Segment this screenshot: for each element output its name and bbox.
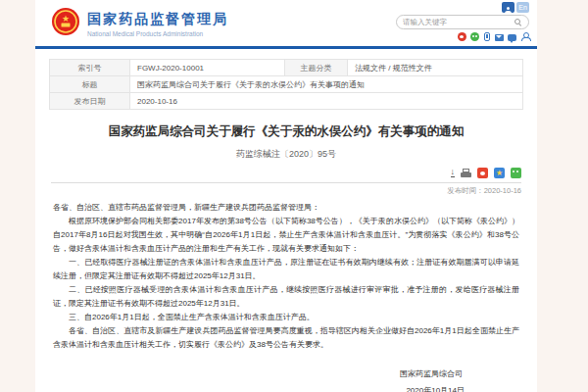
document-paragraph: 三、自2026年1月1日起，全面禁止生产含汞体温计和含汞血压计产品。: [53, 311, 519, 324]
index-value: FGWJ-2020-10001: [130, 60, 285, 76]
index-label: 索引号: [50, 60, 130, 76]
download-icon[interactable]: ↓: [451, 168, 456, 177]
category-label: 主题分类: [285, 60, 348, 76]
mobile-app-icon[interactable]: [484, 32, 490, 41]
document-paragraph: 一、已经取得医疗器械注册证的含汞体温计和含汞血压计产品，原注册证在证书有效期内继…: [53, 256, 519, 283]
user-icon[interactable]: [520, 32, 529, 41]
search-box: [396, 15, 529, 29]
site-title: 国家药品监督管理局: [87, 11, 228, 28]
message-icon[interactable]: [508, 34, 516, 41]
toolbar-divider: [51, 182, 521, 183]
publish-date-label: 发布日期: [50, 93, 130, 110]
accessibility-icon: [502, 5, 514, 16]
document-title: 国家药监局综合司关于履行《关于汞的水俣公约》有关事项的通知: [35, 123, 537, 140]
svg-text:★: ★: [62, 14, 70, 24]
site-logo[interactable]: ★ 国家药品监督管理局 National Medical Products Ad…: [51, 7, 228, 40]
document-meta-table: 索引号 FGWJ-2020-10001 主题分类 法规文件 / 规范性文件 标题…: [49, 59, 523, 110]
document-number: 药监综械注〔2020〕95号: [35, 148, 537, 161]
document-paragraph: 各省、自治区、直辖市及新疆生产建设兵团药品监督管理局要高度重视，指导辖区内相关企…: [53, 324, 519, 352]
print-icon[interactable]: [461, 169, 471, 177]
site-header: ★ 国家药品监督管理局 National Medical Products Ad…: [35, 0, 537, 46]
weibo-icon[interactable]: [458, 32, 466, 41]
top-buttons: En: [396, 2, 529, 13]
table-row: 标题 国家药监局综合司关于履行《关于汞的水俣公约》有关事项的通知: [50, 76, 523, 93]
signature-date: 2020年10月14日: [53, 384, 519, 392]
document-paragraph: 二、已经按照医疗器械受理的含汞体温计和含汞血压计产品，继续按照医疗器械进行审评审…: [53, 283, 519, 311]
national-emblem-icon: ★: [51, 7, 80, 40]
document-greeting: 各省、自治区、直辖市药品监督管理局，新疆生产建设兵团药品监督管理局：: [53, 201, 519, 215]
site-title-block: 国家药品监督管理局 National Medical Products Admi…: [87, 11, 228, 37]
title-value: 国家药监局综合司关于履行《关于汞的水俣公约》有关事项的通知: [130, 76, 523, 93]
screenshot-canvas: ★ 国家药品监督管理局 National Medical Products Ad…: [0, 0, 588, 392]
webpage: ★ 国家药品监督管理局 National Medical Products Ad…: [35, 0, 537, 392]
header-divider-bar: [35, 46, 537, 49]
search-icon[interactable]: [514, 19, 522, 26]
english-language-button[interactable]: En: [516, 2, 529, 13]
document-toolbar: ↓ ★: [51, 167, 521, 178]
publish-date-value: 2020-10-16: [130, 93, 523, 110]
document-body: 各省、自治区、直辖市药品监督管理局，新疆生产建设兵团药品监督管理局： 根据原环境…: [53, 201, 519, 392]
table-row: 发布日期 2020-10-16: [50, 93, 523, 110]
social-icon-row: [396, 32, 529, 41]
table-row: 索引号 FGWJ-2020-10001 主题分类 法规文件 / 规范性文件: [50, 60, 523, 76]
search-input[interactable]: [403, 18, 514, 26]
site-subtitle: National Medical Products Administration: [87, 30, 228, 37]
document-paragraph: 根据原环境保护部会同相关部委2017年发布的第38号公告（以下简称38号公告），…: [53, 215, 519, 256]
document-paragraphs: 根据原环境保护部会同相关部委2017年发布的第38号公告（以下简称38号公告），…: [53, 215, 519, 352]
signature: 国家药监局综合司: [53, 368, 519, 381]
header-controls: En: [396, 2, 529, 41]
share-qzone-icon[interactable]: ★: [494, 168, 505, 178]
wechat-icon[interactable]: [470, 32, 479, 41]
title-label: 标题: [50, 76, 130, 93]
share-wechat-icon[interactable]: [511, 168, 521, 178]
share-weibo-icon[interactable]: [477, 168, 488, 178]
category-value: 法规文件 / 规范性文件: [348, 60, 523, 76]
mail-icon[interactable]: [495, 34, 504, 41]
accessibility-button[interactable]: [502, 2, 514, 13]
publish-time: 发布时间：2020-10-16: [51, 186, 521, 196]
